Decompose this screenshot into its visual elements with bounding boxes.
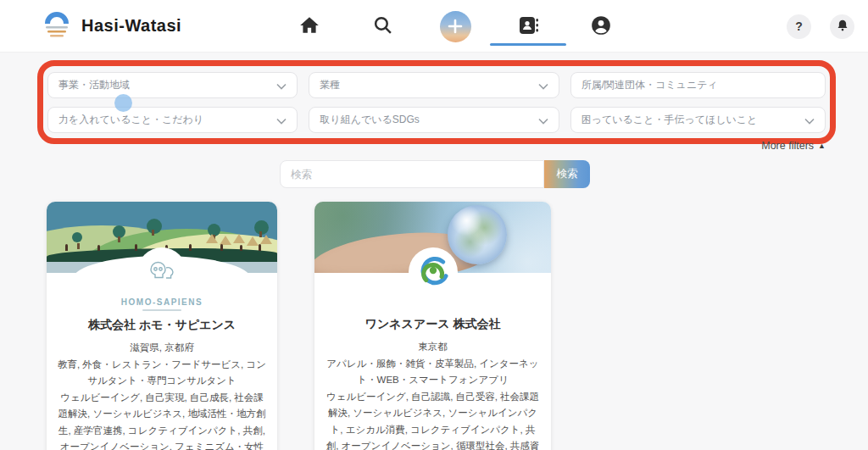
chevron-down-icon: [276, 113, 287, 128]
card-body: ワンネスアース 株式会社 東京都 アパレル・服飾・雑貨・皮革製品, インターネッ…: [314, 297, 551, 450]
search-icon: [372, 14, 393, 38]
company-logo-wordmark: HOMO-SAPIENS: [47, 297, 277, 307]
card-body: 株式会社 ホモ・サピエンス 滋賀県, 京都府 教育, 外食・レストラン・フードサ…: [47, 311, 277, 450]
chevron-down-icon: [538, 113, 548, 128]
brand-name: Hasi-Watasi: [81, 16, 181, 36]
triangle-up-icon: ▲: [818, 142, 826, 150]
main-nav: [273, 0, 637, 53]
company-name: 株式会社 ホモ・サピエンス: [57, 318, 267, 333]
home-icon: [298, 14, 320, 39]
filter-business-area[interactable]: 事業・活動地域: [47, 72, 298, 98]
filter-label: 事業・活動地域: [58, 78, 130, 92]
bell-icon: [836, 19, 849, 35]
company-card-oneness-earth[interactable]: ワンネスアース 株式会社 東京都 アパレル・服飾・雑貨・皮革製品, インターネッ…: [314, 202, 551, 450]
notifications-button[interactable]: [830, 14, 854, 39]
chevron-down-icon: [276, 78, 287, 93]
contacts-icon: [517, 14, 539, 39]
company-industries: アパレル・服飾・雑貨・皮革製品, インターネット・WEB・スマートフォンアプリ: [325, 356, 541, 389]
skull-icon: [147, 259, 176, 285]
home-tab[interactable]: [273, 0, 346, 53]
company-tags: ウェルビーイング, 自己認識, 自己受容, 社会課題解決, ソーシャルビジネス,…: [325, 389, 541, 450]
more-filters-toggle[interactable]: More filters ▲: [761, 140, 826, 152]
app-header: Hasi-Watasi: [0, 0, 868, 53]
glass-globe-image: [448, 205, 507, 264]
profile-icon: [590, 14, 612, 39]
filter-affiliation-input[interactable]: 所属/関連団体・コミュニティ: [570, 72, 826, 98]
filter-label: 困っていること・手伝ってほしいこと: [581, 113, 758, 127]
company-tags: ウェルビーイング, 自己実現, 自己成長, 社会課題解決, ソーシャルビジネス,…: [57, 390, 267, 450]
filter-help-needed[interactable]: 困っていること・手伝ってほしいこと: [570, 107, 826, 133]
brand-logo-icon: [39, 9, 75, 43]
search-bar: 検索: [280, 160, 590, 188]
brand[interactable]: Hasi-Watasi: [39, 9, 181, 43]
filter-grid: 事業・活動地域 業種 所属/関連団体・コミュニティ 力を入れていること・こだわり: [47, 72, 826, 133]
company-industries: 教育, 外食・レストラン・フードサービス, コンサルタント・専門コンサルタント: [57, 357, 267, 390]
company-logo: [409, 247, 458, 297]
company-location: 東京都: [325, 339, 541, 356]
filter-highlight-annotation: 事業・活動地域 業種 所属/関連団体・コミュニティ 力を入れていること・こだわり: [37, 60, 836, 144]
filter-label: 力を入れていること・こだわり: [58, 113, 203, 127]
filter-label: 取り組んでいるSDGs: [320, 113, 419, 127]
chevron-down-icon: [804, 113, 815, 128]
more-filters-label: More filters: [761, 140, 814, 152]
header-right: ?: [787, 0, 854, 53]
leaf-swirl-icon: [416, 253, 450, 291]
company-card-homo-sapiens[interactable]: HOMO-SAPIENS 株式会社 ホモ・サピエンス 滋賀県, 京都府 教育, …: [47, 202, 277, 450]
contacts-tab-active[interactable]: [492, 0, 565, 53]
company-name: ワンネスアース 株式会社: [325, 317, 541, 332]
search-input[interactable]: [280, 160, 544, 188]
filter-sdgs[interactable]: 取り組んでいるSDGs: [309, 107, 559, 133]
search-tab[interactable]: [346, 0, 419, 53]
filter-label: 業種: [320, 78, 340, 92]
search-submit-button[interactable]: 検索: [544, 160, 590, 188]
profile-tab[interactable]: [565, 0, 637, 53]
filter-focus-commitment[interactable]: 力を入れていること・こだわり: [47, 107, 298, 133]
active-tab-underline: [490, 43, 566, 46]
filter-label: 所属/関連団体・コミュニティ: [581, 78, 718, 92]
company-logo: [137, 247, 186, 297]
company-location: 滋賀県, 京都府: [57, 340, 267, 357]
chevron-down-icon: [538, 78, 548, 93]
add-post-button[interactable]: [419, 0, 492, 53]
filter-industry[interactable]: 業種: [309, 72, 559, 98]
question-mark-icon: ?: [795, 19, 803, 33]
cursor-indicator: [114, 94, 132, 112]
help-button[interactable]: ?: [787, 14, 811, 39]
add-icon: [440, 11, 471, 42]
page: Hasi-Watasi: [0, 0, 868, 450]
